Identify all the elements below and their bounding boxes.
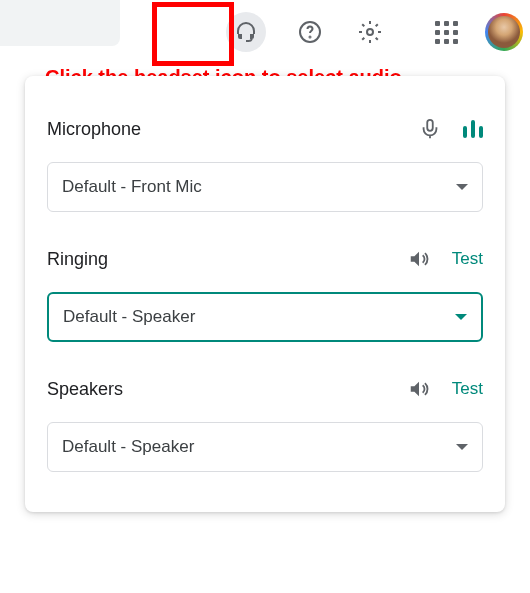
microphone-title: Microphone bbox=[47, 119, 141, 140]
microphone-selected-value: Default - Front Mic bbox=[62, 177, 202, 197]
svg-point-2 bbox=[367, 29, 373, 35]
speakers-section: Speakers Test Default - Speaker bbox=[47, 378, 483, 472]
chevron-down-icon bbox=[455, 314, 467, 320]
speakers-selected-value: Default - Speaker bbox=[62, 437, 194, 457]
audio-settings-button[interactable] bbox=[222, 8, 270, 56]
mic-level-indicator bbox=[463, 120, 483, 138]
speakers-title: Speakers bbox=[47, 379, 123, 400]
ringing-test-button[interactable]: Test bbox=[452, 249, 483, 269]
ringing-title: Ringing bbox=[47, 249, 108, 270]
speaker-icon bbox=[408, 248, 430, 270]
chevron-down-icon bbox=[456, 184, 468, 190]
settings-button[interactable] bbox=[346, 8, 394, 56]
account-avatar[interactable] bbox=[486, 14, 522, 50]
chevron-down-icon bbox=[456, 444, 468, 450]
gear-icon bbox=[358, 20, 382, 44]
svg-point-1 bbox=[310, 37, 311, 38]
ringing-selected-value: Default - Speaker bbox=[63, 307, 195, 327]
google-apps-button[interactable] bbox=[422, 8, 470, 56]
help-button[interactable] bbox=[286, 8, 334, 56]
audio-settings-panel: Microphone Default - Front Mic Ringing bbox=[25, 76, 505, 512]
microphone-icon bbox=[419, 118, 441, 140]
ringing-section: Ringing Test Default - Speaker bbox=[47, 248, 483, 342]
speakers-dropdown[interactable]: Default - Speaker bbox=[47, 422, 483, 472]
speakers-test-button[interactable]: Test bbox=[452, 379, 483, 399]
headset-icon bbox=[234, 20, 258, 44]
ringing-dropdown[interactable]: Default - Speaker bbox=[47, 292, 483, 342]
speaker-icon bbox=[408, 378, 430, 400]
svg-rect-3 bbox=[427, 120, 433, 131]
microphone-section: Microphone Default - Front Mic bbox=[47, 118, 483, 212]
help-icon bbox=[298, 20, 322, 44]
microphone-dropdown[interactable]: Default - Front Mic bbox=[47, 162, 483, 212]
apps-grid-icon bbox=[435, 21, 458, 44]
app-bar-blank bbox=[0, 0, 120, 46]
